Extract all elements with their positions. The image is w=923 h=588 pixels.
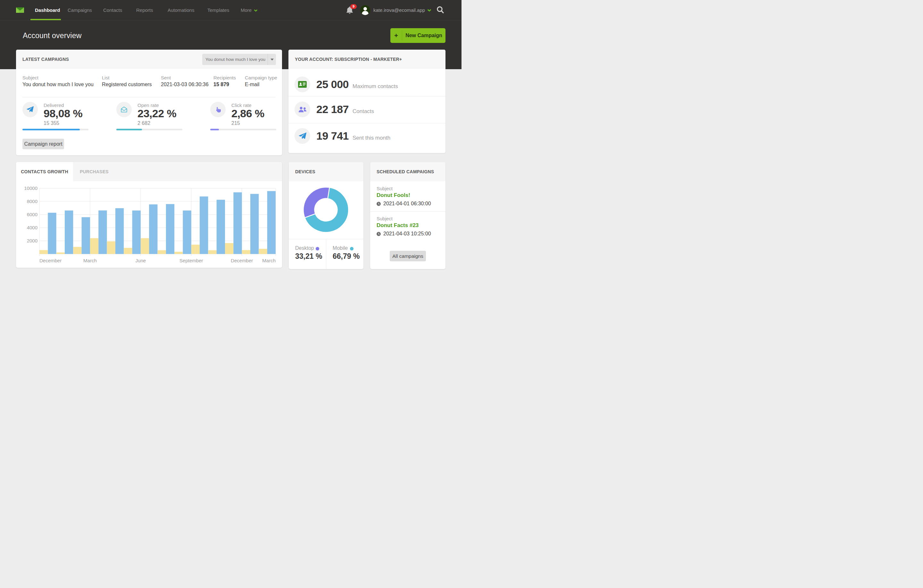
latest-campaigns-card: LATEST CAMPAIGNS You donut how much I lo… (16, 50, 282, 155)
all-campaigns-button[interactable]: All campaigns (390, 251, 426, 261)
sent-month-label: Sent this month (353, 135, 390, 141)
stat-count: 2 682 (138, 120, 150, 126)
legend-desktop-label: Desktop (295, 245, 314, 251)
id-card-icon (294, 77, 310, 92)
subject-label: Subject (376, 216, 393, 221)
stat-count: 215 (232, 120, 240, 126)
divider (288, 123, 445, 123)
devices-card: DEVICES Desktop 33,21 % Mobile 66,79 % (289, 162, 363, 269)
svg-text:6000: 6000 (27, 212, 38, 217)
progress-open-rate (117, 129, 182, 130)
stat-value: 2,86 % (232, 107, 264, 120)
dropdown-caret-icon (268, 54, 276, 65)
column-header-subject: Subject (23, 75, 38, 80)
contacts-growth-bar-chart: 200040006000800010000DecemberMarchJuneSe… (16, 181, 282, 268)
svg-text:December: December (231, 258, 253, 263)
campaign-sent: 2021-03-03 06:30:36 (161, 82, 209, 87)
legend-mobile-value: 66,79 % (333, 252, 360, 261)
divider (370, 211, 445, 212)
ecomail-logo-icon[interactable] (16, 7, 24, 13)
nav-item-automations[interactable]: Automations (168, 0, 194, 21)
nav-item-templates[interactable]: Templates (207, 0, 229, 21)
search-icon[interactable] (436, 6, 445, 14)
account-row: 25 000Maximum contacts (316, 79, 398, 90)
svg-text:4000: 4000 (27, 225, 38, 230)
stat-value: 98,08 % (44, 107, 82, 120)
max-contacts-value: 25 000 (316, 79, 349, 90)
contacts-growth-card: CONTACTS GROWTH PURCHASES 20004000600080… (16, 162, 282, 268)
active-tab-underline (30, 19, 61, 20)
clock-icon (376, 231, 381, 236)
scheduled-campaign-link[interactable]: Donut Fools! (376, 192, 410, 198)
legend-desktop: Desktop 33,21 % (289, 239, 326, 269)
campaign-report-button[interactable]: Campaign report (23, 139, 64, 149)
tab-purchases[interactable]: PURCHASES (80, 162, 108, 181)
campaign-selector-dropdown[interactable]: You donut how much I love you (202, 54, 276, 65)
desktop-dot-icon (316, 247, 319, 251)
tab-contacts-growth[interactable]: CONTACTS GROWTH (16, 162, 73, 181)
progress-click-rate (210, 129, 276, 130)
progress-delivered (23, 129, 89, 130)
plus-icon: + (390, 32, 402, 39)
svg-text:September: September (179, 258, 203, 263)
account-email: kate.irova@ecomail.app (373, 7, 425, 13)
page-title: Account overview (23, 31, 81, 40)
devices-donut-chart (289, 181, 363, 239)
account-card-title: YOUR ACCOUNT: SUBSCRIPTION - MARKETER+ (295, 50, 402, 69)
top-navbar: Dashboard Campaigns Contacts Reports Aut… (0, 0, 462, 21)
account-menu[interactable]: kate.irova@ecomail.app (373, 0, 431, 21)
campaign-type: E-mail (245, 82, 259, 87)
contacts-value: 22 187 (316, 104, 349, 115)
mobile-dot-icon (350, 247, 353, 251)
hand-pointer-icon (210, 102, 226, 117)
svg-text:2000: 2000 (27, 238, 38, 243)
svg-text:10000: 10000 (24, 185, 38, 191)
latest-campaigns-header: LATEST CAMPAIGNS You donut how much I lo… (16, 50, 282, 69)
column-header-sent: Sent (161, 75, 171, 80)
nav-item-dashboard[interactable]: Dashboard (35, 0, 60, 21)
contacts-label: Contacts (353, 108, 374, 115)
campaign-recipients: 15 879 (214, 82, 229, 87)
sent-month-value: 19 741 (316, 130, 349, 141)
svg-text:March: March (83, 258, 97, 263)
svg-text:December: December (39, 258, 62, 263)
campaign-list: Registered customers (102, 82, 152, 87)
scheduled-card-title: SCHEDULED CAMPAIGNS (376, 162, 434, 181)
svg-text:June: June (136, 258, 146, 263)
new-campaign-label: New Campaign (402, 33, 445, 38)
max-contacts-label: Maximum contacts (353, 83, 398, 90)
scheduled-campaign-link[interactable]: Donut Facts #23 (376, 222, 419, 229)
stat-count: 15 355 (44, 120, 59, 126)
nav-item-more-label: More (241, 7, 251, 13)
nav-item-reports[interactable]: Reports (136, 0, 153, 21)
account-row: 22 187Contacts (316, 104, 374, 115)
user-avatar[interactable] (360, 5, 370, 15)
clock-icon (376, 201, 381, 206)
people-icon (294, 102, 310, 117)
notification-count-badge[interactable]: 9 (350, 4, 357, 9)
subject-label: Subject (376, 186, 393, 191)
column-header-type: Campaign type (245, 75, 277, 80)
nav-item-more[interactable]: More (241, 0, 258, 21)
divider (23, 97, 276, 97)
envelope-open-icon (117, 102, 132, 117)
campaign-selector-value: You donut how much I love you (202, 54, 268, 65)
account-card-header: YOUR ACCOUNT: SUBSCRIPTION - MARKETER+ (288, 50, 445, 69)
devices-card-title: DEVICES (295, 162, 315, 181)
new-campaign-button[interactable]: + New Campaign (390, 28, 445, 43)
account-chevron-down-icon (427, 0, 431, 3)
divider (288, 96, 445, 97)
legend-desktop-value: 33,21 % (295, 252, 322, 261)
account-row: 19 741Sent this month (316, 130, 390, 141)
nav-item-campaigns[interactable]: Campaigns (67, 0, 92, 21)
account-card: YOUR ACCOUNT: SUBSCRIPTION - MARKETER+ 2… (288, 50, 445, 153)
stat-value: 23,22 % (138, 107, 176, 120)
nav-item-contacts[interactable]: Contacts (103, 0, 122, 21)
campaign-subject: You donut how much I love you (23, 82, 94, 87)
svg-text:8000: 8000 (27, 198, 38, 204)
column-header-recipients: Recipients (214, 75, 236, 80)
paper-plane-icon (294, 128, 310, 144)
legend-mobile: Mobile 66,79 % (326, 239, 363, 269)
growth-tabs: CONTACTS GROWTH PURCHASES (16, 162, 282, 181)
scheduled-card-header: SCHEDULED CAMPAIGNS (370, 162, 445, 181)
